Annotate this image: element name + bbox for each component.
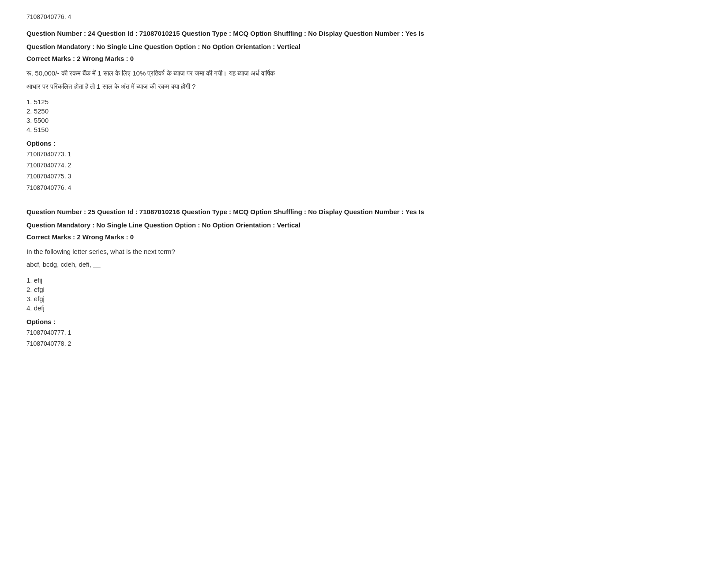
option-ids-1: 71087040773. 171087040774. 271087040775.… <box>26 149 702 193</box>
option-id: 71087040773. 1 <box>26 149 702 160</box>
option-item-2-2: 2. efgi <box>26 286 702 293</box>
option-item-2-3: 3. efgj <box>26 295 702 302</box>
question-meta-line2-2: Question Mandatory : No Single Line Ques… <box>26 220 702 230</box>
option-id: 71087040776. 4 <box>26 182 702 193</box>
question-text-line1-1: रू. 50,000/- की रकम बैंक में 1 साल के लि… <box>26 68 702 79</box>
option-item-1-4: 4. 5150 <box>26 126 702 133</box>
option-item-1-1: 1. 5125 <box>26 98 702 106</box>
question-block-2: Question Number : 25 Question Id : 71087… <box>26 207 702 349</box>
options-label-1: Options : <box>26 140 702 147</box>
options-list-1: 1. 51252. 52503. 55004. 5150 <box>26 98 702 133</box>
question-block-1: Question Number : 24 Question Id : 71087… <box>26 28 702 193</box>
option-item-1-2: 2. 5250 <box>26 107 702 115</box>
correct-marks-1: Correct Marks : 2 Wrong Marks : 0 <box>26 55 702 62</box>
option-id: 71087040777. 1 <box>26 327 702 338</box>
option-ids-2: 71087040777. 171087040778. 2 <box>26 327 702 349</box>
question-meta-line2-1: Question Mandatory : No Single Line Ques… <box>26 42 702 52</box>
option-item-2-4: 4. defj <box>26 304 702 312</box>
option-id: 71087040775. 3 <box>26 171 702 182</box>
options-label-2: Options : <box>26 318 702 325</box>
question-meta-line1-2: Question Number : 25 Question Id : 71087… <box>26 207 702 217</box>
question-text-line2-2: abcf, bcdg, cdeh, defi, __ <box>26 259 702 270</box>
option-id: 71087040778. 2 <box>26 338 702 349</box>
option-id: 71087040774. 2 <box>26 160 702 171</box>
top-reference: 71087040776. 4 <box>26 13 702 20</box>
correct-marks-2: Correct Marks : 2 Wrong Marks : 0 <box>26 233 702 241</box>
question-meta-line1-1: Question Number : 24 Question Id : 71087… <box>26 28 702 39</box>
option-item-2-1: 1. efij <box>26 276 702 284</box>
option-item-1-3: 3. 5500 <box>26 117 702 124</box>
question-text-line1-2: In the following letter series, what is … <box>26 246 702 257</box>
question-text-line2-1: आधार पर परिकलित होता है तो 1 साल के अंत … <box>26 81 702 92</box>
options-list-2: 1. efij2. efgi3. efgj4. defj <box>26 276 702 312</box>
